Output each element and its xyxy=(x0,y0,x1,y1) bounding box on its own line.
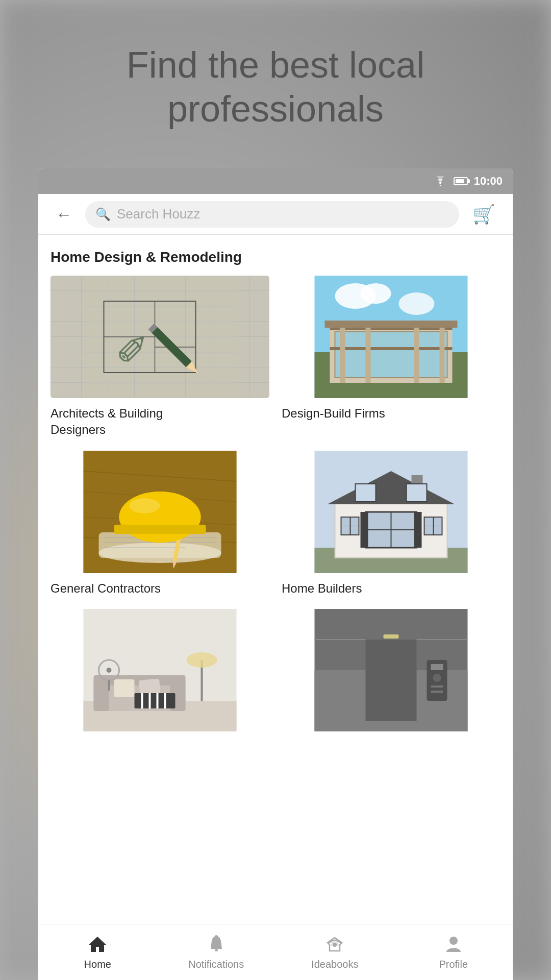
nav-home[interactable]: Home xyxy=(38,924,157,980)
home-icon xyxy=(88,935,107,955)
nav-profile[interactable]: Profile xyxy=(394,924,513,980)
bottom-nav: Home Notifications xyxy=(38,924,513,980)
svg-rect-76 xyxy=(114,679,135,697)
svg-rect-83 xyxy=(135,693,176,708)
category-grid: Architects & Building Designers xyxy=(38,276,513,739)
list-item[interactable]: General Contractors xyxy=(51,451,269,597)
svg-point-79 xyxy=(187,652,217,668)
status-bar: 10:00 xyxy=(38,168,513,194)
architects-label: Architects & Building Designers xyxy=(51,405,269,438)
cart-button[interactable]: 🛒 xyxy=(467,199,500,230)
promo-area: Find the best local professionals xyxy=(0,0,551,174)
battery-icon xyxy=(454,177,468,185)
svg-point-33 xyxy=(399,292,435,315)
battery-fill xyxy=(456,179,464,183)
svg-point-101 xyxy=(215,935,218,938)
nav-ideabooks-label: Ideabooks xyxy=(311,959,358,970)
svg-rect-66 xyxy=(350,517,351,535)
svg-rect-100 xyxy=(215,949,218,951)
list-item[interactable]: Design-Build Firms xyxy=(282,276,500,438)
status-time: 10:00 xyxy=(474,175,503,188)
app-card: 10:00 ← 🔍 Search Houzz 🛒 Home Design & R… xyxy=(38,168,513,980)
svg-rect-57 xyxy=(356,484,376,502)
svg-point-51 xyxy=(130,498,160,513)
search-input[interactable]: Search Houzz xyxy=(117,206,200,222)
svg-rect-27 xyxy=(366,327,371,383)
svg-rect-90 xyxy=(366,640,417,721)
ideabooks-icon xyxy=(325,935,344,955)
back-arrow-icon: ← xyxy=(56,206,72,223)
design-build-image xyxy=(282,276,500,398)
svg-point-32 xyxy=(361,283,391,304)
architects-image xyxy=(51,276,269,398)
contractors-label: General Contractors xyxy=(51,580,269,597)
notifications-icon xyxy=(208,935,225,955)
svg-rect-58 xyxy=(407,484,427,502)
nav-notifications-label: Notifications xyxy=(188,959,244,970)
svg-point-81 xyxy=(107,668,112,673)
svg-rect-95 xyxy=(431,691,443,693)
home-builders-label: Home Builders xyxy=(282,580,500,597)
list-item[interactable]: Home Builders xyxy=(282,451,500,597)
contractors-image xyxy=(51,451,269,573)
svg-rect-92 xyxy=(431,664,443,670)
wifi-icon xyxy=(433,176,447,186)
nav-ideabooks[interactable]: Ideabooks xyxy=(276,924,394,980)
svg-rect-30 xyxy=(325,321,458,328)
svg-rect-96 xyxy=(384,634,399,639)
svg-rect-26 xyxy=(340,327,345,383)
list-item[interactable]: Architects & Building Designers xyxy=(51,276,269,438)
svg-point-102 xyxy=(333,943,337,947)
svg-point-93 xyxy=(433,674,441,682)
design-build-label: Design-Build Firms xyxy=(282,405,500,422)
nav-profile-label: Profile xyxy=(439,959,468,970)
nav-home-label: Home xyxy=(84,959,111,970)
list-item[interactable] xyxy=(282,609,500,739)
svg-rect-69 xyxy=(433,517,434,535)
svg-rect-29 xyxy=(440,327,445,383)
promo-text: Find the best local professionals xyxy=(86,43,465,131)
interior-image xyxy=(51,609,269,731)
content-area: Home Design & Remodeling xyxy=(38,235,513,924)
svg-rect-25 xyxy=(330,347,453,350)
svg-point-103 xyxy=(449,937,458,945)
back-button[interactable]: ← xyxy=(51,201,77,228)
svg-rect-74 xyxy=(94,680,109,711)
exterior2-image xyxy=(282,609,500,731)
svg-rect-50 xyxy=(114,525,206,534)
nav-notifications[interactable]: Notifications xyxy=(157,924,276,980)
toolbar: ← 🔍 Search Houzz 🛒 xyxy=(38,194,513,235)
search-icon: 🔍 xyxy=(95,207,111,222)
section-title: Home Design & Remodeling xyxy=(38,235,513,276)
profile-icon xyxy=(445,935,462,955)
svg-point-49 xyxy=(119,492,201,543)
list-item[interactable] xyxy=(51,609,269,739)
svg-rect-94 xyxy=(431,685,443,688)
svg-marker-99 xyxy=(89,937,106,952)
svg-rect-28 xyxy=(414,327,419,383)
home-builders-image xyxy=(282,451,500,573)
cart-icon: 🛒 xyxy=(472,204,495,225)
search-bar[interactable]: 🔍 Search Houzz xyxy=(85,201,459,228)
svg-rect-23 xyxy=(335,332,447,378)
battery-indicator xyxy=(454,177,468,185)
